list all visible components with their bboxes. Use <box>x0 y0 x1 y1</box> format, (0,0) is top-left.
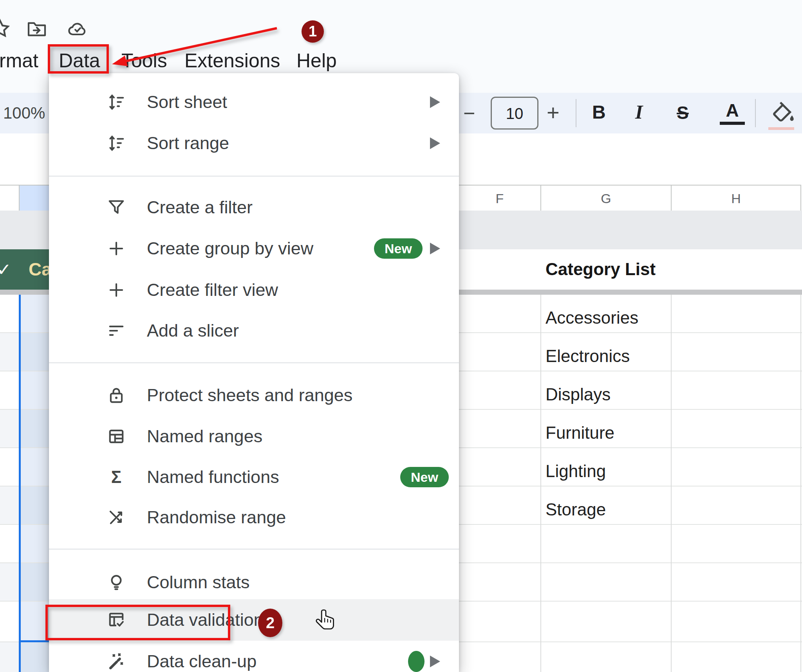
column-header-border <box>19 185 20 211</box>
menu-item-label: Create group by view <box>147 238 313 259</box>
annotation-box-data-menu <box>48 44 109 74</box>
lightbulb-icon <box>106 572 126 593</box>
move-folder-icon[interactable] <box>25 18 49 40</box>
menu-item-label: Create filter view <box>147 280 278 300</box>
selected-cells[interactable] <box>20 642 49 672</box>
cell-value[interactable]: Accessories <box>546 308 638 328</box>
plus-icon <box>106 280 126 300</box>
strikethrough-button[interactable]: S <box>677 102 689 123</box>
lock-icon <box>106 385 126 405</box>
menu-divider <box>49 362 459 363</box>
table-header-text-partial: Ca <box>29 259 52 280</box>
row-stripe <box>0 642 20 672</box>
data-menu-dropdown: Sort sheet Sort range Create a filter <box>49 73 459 672</box>
menu-item-label: Add a slicer <box>147 321 239 341</box>
menu-item-randomise-range[interactable]: Randomise range <box>49 497 459 538</box>
menu-item-sort-range[interactable]: Sort range <box>49 123 459 164</box>
column-label: F <box>459 191 540 206</box>
plus-icon <box>106 238 126 259</box>
menu-item-label: Protect sheets and ranges <box>147 385 352 405</box>
cloud-check-icon[interactable] <box>65 18 90 40</box>
menubar-item-format-partial[interactable]: rmat <box>0 49 38 72</box>
cell-value[interactable]: Electronics <box>546 346 630 366</box>
check-icon: ✓ <box>0 259 11 279</box>
sigma-icon: Σ <box>106 467 126 487</box>
menu-item-label: Sort sheet <box>147 92 227 112</box>
column-header-border <box>800 185 801 211</box>
submenu-arrow-icon <box>430 243 440 254</box>
new-badge: New <box>400 467 449 487</box>
menu-item-label: Named ranges <box>147 426 262 447</box>
column-header-border <box>540 185 541 211</box>
menu-item-label: Named functions <box>147 467 279 487</box>
cell-value[interactable]: Furniture <box>546 423 614 443</box>
selected-cells[interactable] <box>20 563 49 602</box>
column-header-border <box>671 185 672 211</box>
column-header-F[interactable]: F <box>459 185 540 212</box>
submenu-arrow-icon <box>430 656 440 667</box>
toolbar-divider <box>576 99 576 127</box>
submenu-arrow-icon <box>430 96 440 108</box>
menu-item-label: Data clean-up <box>147 651 256 672</box>
step-2-badge: 2 <box>258 609 282 637</box>
column-header-G[interactable]: G <box>541 185 671 212</box>
menu-item-label: Sort range <box>147 133 229 153</box>
menu-item-column-stats[interactable]: Column stats <box>49 562 459 603</box>
menu-item-named-functions[interactable]: Σ Named functions New <box>49 456 459 498</box>
google-sheets-window: F G H ✓ Ca Category List Accessories Ele… <box>0 0 802 672</box>
toolbar-divider <box>755 99 756 127</box>
column-header-H[interactable]: H <box>672 185 800 212</box>
bold-button[interactable]: B <box>592 101 606 123</box>
menu-divider <box>49 549 459 549</box>
annotation-box-data-validation <box>45 605 230 640</box>
column-header-selected[interactable] <box>19 185 49 212</box>
selected-cells[interactable] <box>20 525 49 563</box>
row-stripe <box>0 563 20 602</box>
menu-item-create-group-by-view[interactable]: Create group by view New <box>49 228 459 269</box>
selection-border-left <box>19 295 21 672</box>
font-size-decrease-button[interactable]: − <box>463 101 475 125</box>
zoom-select[interactable]: 100% <box>3 104 45 123</box>
text-color-bar <box>720 122 745 125</box>
hand-cursor-icon <box>313 606 339 635</box>
table-icon <box>106 426 126 447</box>
menu-item-label: Create a filter <box>147 197 253 218</box>
font-size-increase-button[interactable]: + <box>547 100 560 125</box>
column-header-left-partial[interactable] <box>0 185 19 212</box>
menu-item-protect-sheets-and-ranges[interactable]: Protect sheets and ranges <box>49 375 459 416</box>
paint-bucket-icon <box>768 98 797 127</box>
menu-item-create-filter-view[interactable]: Create filter view <box>49 269 459 311</box>
column-label: G <box>541 191 671 206</box>
annotation-arrow <box>106 16 286 74</box>
new-badge: New <box>374 238 423 259</box>
text-color-button[interactable]: A <box>720 100 745 125</box>
submenu-arrow-icon <box>430 137 440 149</box>
menu-item-create-a-filter[interactable]: Create a filter <box>49 187 459 228</box>
menu-item-label: Column stats <box>147 572 250 593</box>
cell-value[interactable]: Storage <box>546 500 606 519</box>
cell-value[interactable]: Displays <box>546 385 611 404</box>
font-size-input[interactable]: 10 <box>491 97 538 130</box>
cell-category-list[interactable]: Category List <box>546 259 656 279</box>
italic-button[interactable]: I <box>635 101 643 123</box>
star-icon[interactable] <box>0 17 12 40</box>
column-label: H <box>672 191 800 206</box>
menu-divider <box>49 176 459 177</box>
cell-value[interactable]: Lighting <box>546 461 606 481</box>
shuffle-icon <box>106 507 126 528</box>
menubar-item-help[interactable]: Help <box>296 49 337 72</box>
selected-cells[interactable] <box>20 602 49 640</box>
menu-item-data-clean-up[interactable]: Data clean-up <box>49 641 459 672</box>
menu-item-sort-sheet[interactable]: Sort sheet <box>49 81 459 123</box>
selection-border-bottom <box>19 640 50 642</box>
magic-wand-icon <box>106 651 126 672</box>
menu-item-add-a-slicer[interactable]: Add a slicer <box>49 310 459 351</box>
sort-icon <box>106 133 126 153</box>
slicer-icon <box>106 321 126 341</box>
menu-item-label: Randomise range <box>147 507 286 528</box>
sort-icon <box>106 92 126 112</box>
fill-color-button[interactable] <box>768 98 797 130</box>
step-1-badge: 1 <box>302 20 324 43</box>
filter-funnel-icon <box>106 197 126 218</box>
menu-item-named-ranges[interactable]: Named ranges <box>49 416 459 457</box>
